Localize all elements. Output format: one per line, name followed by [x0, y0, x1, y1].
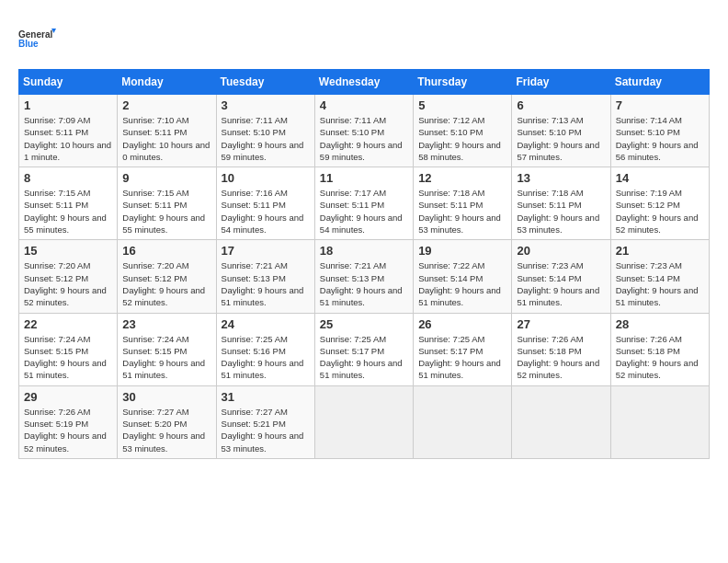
calendar-cell: 1 Sunrise: 7:09 AMSunset: 5:11 PMDayligh…	[19, 95, 118, 167]
day-number: 19	[418, 244, 506, 258]
day-info: Sunrise: 7:09 AMSunset: 5:11 PMDaylight:…	[24, 114, 112, 163]
day-info: Sunrise: 7:11 AMSunset: 5:10 PMDaylight:…	[320, 114, 408, 163]
day-number: 15	[24, 244, 112, 258]
header-day-wednesday: Wednesday	[314, 70, 413, 95]
logo: General Blue	[18, 18, 60, 60]
day-info: Sunrise: 7:10 AMSunset: 5:11 PMDaylight:…	[122, 114, 210, 163]
calendar-cell: 25 Sunrise: 7:25 AMSunset: 5:17 PMDaylig…	[314, 313, 413, 385]
calendar-cell: 30 Sunrise: 7:27 AMSunset: 5:20 PMDaylig…	[118, 385, 216, 458]
calendar-cell: 20 Sunrise: 7:23 AMSunset: 5:14 PMDaylig…	[512, 240, 610, 313]
calendar-cell: 23 Sunrise: 7:24 AMSunset: 5:15 PMDaylig…	[118, 313, 216, 385]
svg-text:General: General	[18, 29, 52, 40]
day-info: Sunrise: 7:19 AMSunset: 5:12 PMDaylight:…	[616, 187, 704, 236]
calendar-cell: 7 Sunrise: 7:14 AMSunset: 5:10 PMDayligh…	[610, 95, 709, 167]
calendar-cell: 3 Sunrise: 7:11 AMSunset: 5:10 PMDayligh…	[216, 95, 314, 167]
calendar-cell: 5 Sunrise: 7:12 AMSunset: 5:10 PMDayligh…	[414, 95, 512, 167]
logo-icon: General Blue	[18, 18, 60, 60]
calendar-cell: 28 Sunrise: 7:26 AMSunset: 5:18 PMDaylig…	[610, 313, 709, 385]
calendar-cell: 10 Sunrise: 7:16 AMSunset: 5:11 PMDaylig…	[216, 167, 314, 240]
day-number: 5	[418, 98, 506, 112]
calendar-cell: 27 Sunrise: 7:26 AMSunset: 5:18 PMDaylig…	[512, 313, 610, 385]
header-day-thursday: Thursday	[414, 70, 512, 95]
day-number: 6	[517, 98, 605, 112]
svg-text:Blue: Blue	[18, 39, 39, 49]
week-row-2: 8 Sunrise: 7:15 AMSunset: 5:11 PMDayligh…	[19, 167, 710, 240]
calendar-cell: 9 Sunrise: 7:15 AMSunset: 5:11 PMDayligh…	[118, 167, 216, 240]
day-number: 28	[616, 317, 704, 331]
day-number: 10	[222, 171, 310, 185]
calendar-cell: 19 Sunrise: 7:22 AMSunset: 5:14 PMDaylig…	[414, 240, 512, 313]
day-info: Sunrise: 7:12 AMSunset: 5:10 PMDaylight:…	[418, 114, 506, 163]
day-info: Sunrise: 7:26 AMSunset: 5:18 PMDaylight:…	[517, 333, 605, 382]
day-info: Sunrise: 7:17 AMSunset: 5:11 PMDaylight:…	[320, 187, 408, 236]
day-number: 18	[320, 244, 408, 258]
calendar-cell: 12 Sunrise: 7:18 AMSunset: 5:11 PMDaylig…	[414, 167, 512, 240]
day-info: Sunrise: 7:24 AMSunset: 5:15 PMDaylight:…	[122, 333, 210, 382]
day-number: 14	[616, 171, 704, 185]
day-info: Sunrise: 7:16 AMSunset: 5:11 PMDaylight:…	[222, 187, 310, 236]
calendar-cell	[314, 385, 413, 458]
day-number: 1	[24, 98, 112, 112]
day-info: Sunrise: 7:25 AMSunset: 5:16 PMDaylight:…	[222, 333, 310, 382]
day-number: 24	[222, 317, 310, 331]
calendar-cell: 13 Sunrise: 7:18 AMSunset: 5:11 PMDaylig…	[512, 167, 610, 240]
day-number: 17	[222, 244, 310, 258]
day-number: 25	[320, 317, 408, 331]
calendar-cell: 2 Sunrise: 7:10 AMSunset: 5:11 PMDayligh…	[118, 95, 216, 167]
day-info: Sunrise: 7:21 AMSunset: 5:13 PMDaylight:…	[320, 259, 408, 308]
calendar-cell: 22 Sunrise: 7:24 AMSunset: 5:15 PMDaylig…	[19, 313, 118, 385]
calendar-cell: 17 Sunrise: 7:21 AMSunset: 5:13 PMDaylig…	[216, 240, 314, 313]
calendar-cell: 24 Sunrise: 7:25 AMSunset: 5:16 PMDaylig…	[216, 313, 314, 385]
calendar-cell: 14 Sunrise: 7:19 AMSunset: 5:12 PMDaylig…	[610, 167, 709, 240]
day-info: Sunrise: 7:24 AMSunset: 5:15 PMDaylight:…	[24, 333, 112, 382]
day-number: 13	[517, 171, 605, 185]
day-info: Sunrise: 7:13 AMSunset: 5:10 PMDaylight:…	[517, 114, 605, 163]
header-day-monday: Monday	[118, 70, 216, 95]
day-info: Sunrise: 7:26 AMSunset: 5:19 PMDaylight:…	[24, 406, 112, 454]
calendar-cell	[414, 385, 512, 458]
day-number: 11	[320, 171, 408, 185]
calendar-cell	[512, 385, 610, 458]
day-number: 23	[122, 317, 210, 331]
day-number: 27	[517, 317, 605, 331]
day-info: Sunrise: 7:23 AMSunset: 5:14 PMDaylight:…	[517, 259, 605, 308]
calendar-cell: 29 Sunrise: 7:26 AMSunset: 5:19 PMDaylig…	[19, 385, 118, 458]
header-day-saturday: Saturday	[610, 70, 709, 95]
day-info: Sunrise: 7:23 AMSunset: 5:14 PMDaylight:…	[616, 259, 704, 308]
day-number: 7	[616, 98, 704, 112]
calendar-cell	[610, 385, 709, 458]
calendar-cell: 4 Sunrise: 7:11 AMSunset: 5:10 PMDayligh…	[314, 95, 413, 167]
day-number: 31	[222, 390, 310, 404]
week-row-3: 15 Sunrise: 7:20 AMSunset: 5:12 PMDaylig…	[19, 240, 710, 313]
day-info: Sunrise: 7:18 AMSunset: 5:11 PMDaylight:…	[418, 187, 506, 236]
calendar-cell: 16 Sunrise: 7:20 AMSunset: 5:12 PMDaylig…	[118, 240, 216, 313]
calendar-table: SundayMondayTuesdayWednesdayThursdayFrid…	[18, 69, 710, 459]
day-number: 30	[122, 390, 210, 404]
day-info: Sunrise: 7:26 AMSunset: 5:18 PMDaylight:…	[616, 333, 704, 382]
calendar-cell: 26 Sunrise: 7:25 AMSunset: 5:17 PMDaylig…	[414, 313, 512, 385]
week-row-5: 29 Sunrise: 7:26 AMSunset: 5:19 PMDaylig…	[19, 385, 710, 458]
day-info: Sunrise: 7:15 AMSunset: 5:11 PMDaylight:…	[122, 187, 210, 236]
day-number: 29	[24, 390, 112, 404]
header: General Blue	[18, 18, 710, 60]
week-row-4: 22 Sunrise: 7:24 AMSunset: 5:15 PMDaylig…	[19, 313, 710, 385]
day-number: 12	[418, 171, 506, 185]
header-row: SundayMondayTuesdayWednesdayThursdayFrid…	[19, 70, 710, 95]
calendar-cell: 6 Sunrise: 7:13 AMSunset: 5:10 PMDayligh…	[512, 95, 610, 167]
calendar-cell: 21 Sunrise: 7:23 AMSunset: 5:14 PMDaylig…	[610, 240, 709, 313]
header-day-tuesday: Tuesday	[216, 70, 314, 95]
day-info: Sunrise: 7:25 AMSunset: 5:17 PMDaylight:…	[418, 333, 506, 382]
day-info: Sunrise: 7:20 AMSunset: 5:12 PMDaylight:…	[122, 259, 210, 308]
day-info: Sunrise: 7:27 AMSunset: 5:20 PMDaylight:…	[122, 406, 210, 454]
calendar-cell: 15 Sunrise: 7:20 AMSunset: 5:12 PMDaylig…	[19, 240, 118, 313]
day-info: Sunrise: 7:20 AMSunset: 5:12 PMDaylight:…	[24, 259, 112, 308]
day-number: 3	[222, 98, 310, 112]
day-info: Sunrise: 7:27 AMSunset: 5:21 PMDaylight:…	[222, 406, 310, 454]
day-number: 9	[122, 171, 210, 185]
day-number: 4	[320, 98, 408, 112]
day-number: 16	[122, 244, 210, 258]
day-number: 8	[24, 171, 112, 185]
calendar-cell: 18 Sunrise: 7:21 AMSunset: 5:13 PMDaylig…	[314, 240, 413, 313]
header-day-sunday: Sunday	[19, 70, 118, 95]
day-info: Sunrise: 7:21 AMSunset: 5:13 PMDaylight:…	[222, 259, 310, 308]
